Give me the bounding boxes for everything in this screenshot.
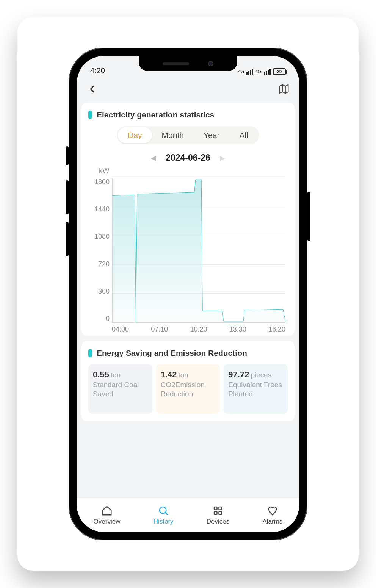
side-button	[307, 192, 310, 241]
signal-bars-icon	[264, 69, 271, 75]
svg-rect-8	[219, 511, 222, 514]
notch	[139, 56, 237, 71]
grid-icon	[212, 505, 224, 516]
svg-rect-7	[214, 511, 217, 514]
seg-all[interactable]: All	[229, 127, 258, 143]
saving-title: Energy Saving and Emission Reduction	[97, 349, 247, 358]
svg-marker-0	[280, 85, 288, 94]
stats-title: Electricity generation statistics	[97, 110, 214, 119]
range-segmented: Day Month Year All	[117, 126, 259, 144]
nav-bar	[77, 77, 299, 103]
tab-devices[interactable]: Devices	[207, 505, 229, 525]
network-label: 4G	[238, 69, 244, 74]
network-label: 4G	[255, 69, 262, 74]
content: Electricity generation statistics Day Mo…	[77, 103, 299, 498]
saving-title-row: Energy Saving and Emission Reduction	[88, 349, 288, 358]
saving-panel: Energy Saving and Emission Reduction 0.5…	[81, 341, 295, 421]
svg-rect-5	[214, 507, 217, 510]
x-ticks: 04:00 07:10 10:20 13:30 16:20	[112, 325, 285, 333]
y-ticks: 1800 1440 1080 720 360 0	[88, 178, 110, 323]
seg-year[interactable]: Year	[194, 127, 229, 143]
metric-co2: 1.42ton CO2Emission Reduction	[156, 364, 220, 414]
chart-series	[113, 178, 285, 322]
front-camera	[208, 61, 213, 66]
home-icon	[101, 505, 113, 516]
metric-trees: 97.72pieces Equivalent Trees Planted	[224, 364, 288, 414]
status-right: 4G 4G 39	[238, 68, 286, 75]
outer-card: 4:20 4G 4G 39	[17, 17, 359, 571]
map-button[interactable]	[278, 83, 290, 96]
seg-month[interactable]: Month	[152, 127, 194, 143]
metric-coal: 0.55ton Standard Coal Saved	[88, 364, 152, 414]
phone-frame: 4:20 4G 4G 39	[69, 48, 307, 540]
screen: 4:20 4G 4G 39	[77, 56, 299, 532]
accent-pill-icon	[88, 349, 92, 357]
seg-day[interactable]: Day	[118, 127, 152, 143]
side-button	[66, 180, 69, 214]
prev-date-button[interactable]: ◀	[151, 154, 156, 162]
svg-point-3	[160, 507, 166, 514]
metrics-row: 0.55ton Standard Coal Saved 1.42ton CO2E…	[88, 364, 288, 414]
svg-rect-6	[219, 507, 222, 510]
stats-panel: Electricity generation statistics Day Mo…	[81, 103, 295, 336]
battery-icon: 39	[273, 68, 286, 75]
side-button	[66, 146, 69, 165]
stats-title-row: Electricity generation statistics	[88, 110, 288, 119]
side-button	[66, 222, 69, 256]
tab-alarms[interactable]: Alarms	[262, 505, 282, 525]
heart-icon	[267, 505, 278, 516]
map-icon	[278, 83, 290, 95]
signal-bars-icon	[246, 69, 253, 75]
tab-history[interactable]: History	[154, 505, 174, 525]
speaker	[163, 62, 189, 65]
back-button[interactable]	[86, 83, 98, 96]
date-picker-row: ◀ 2024-06-26 ▶	[88, 153, 288, 163]
tab-overview[interactable]: Overview	[94, 505, 121, 525]
plot-area	[112, 178, 285, 323]
y-axis-unit: kW	[99, 167, 109, 175]
chart[interactable]: kW 1800 1440 1080 720 360 0	[88, 167, 288, 333]
tab-bar: Overview History Devices Alarms	[77, 498, 299, 532]
clock: 4:20	[90, 66, 105, 75]
chevron-left-icon	[86, 83, 98, 95]
accent-pill-icon	[88, 111, 92, 119]
svg-line-4	[165, 513, 168, 515]
selected-date[interactable]: 2024-06-26	[166, 153, 210, 163]
next-date-button[interactable]: ▶	[220, 154, 225, 162]
search-icon	[158, 505, 169, 516]
